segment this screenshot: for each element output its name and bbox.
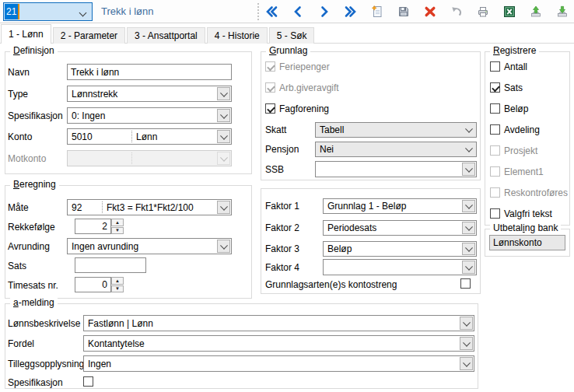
lonnsbeskrivelse-label: Lønnsbeskrivelse — [8, 315, 80, 331]
checkbox-icon — [490, 187, 500, 198]
upload-icon[interactable] — [529, 5, 543, 19]
kontostreng-checkbox[interactable] — [460, 278, 471, 289]
download-icon[interactable] — [555, 5, 569, 19]
pensjon-dropdown[interactable]: Nei — [315, 142, 477, 157]
chevron-down-icon[interactable] — [462, 261, 475, 274]
group-registrere: Registrere AntallSatsBeløpAvdelingProsje… — [485, 51, 570, 226]
checkbox-row-reskontroføres: Reskontroføres — [490, 182, 568, 203]
tab-1-lonn[interactable]: 1 - Lønn — [1, 24, 51, 44]
checkbox-row-valgfri-tekst[interactable]: Valgfri tekst — [490, 203, 568, 224]
faktor2-dropdown[interactable]: Periodesats — [323, 220, 477, 236]
group-utbetaling-bank: Utbetaling bank Lønnskonto — [485, 229, 570, 257]
checkbox-icon[interactable] — [490, 82, 500, 93]
spin-up-icon[interactable]: ▲ — [111, 277, 124, 285]
checkbox-icon[interactable] — [490, 208, 500, 219]
checkbox-label: Prosjekt — [504, 145, 537, 156]
spin-down-icon[interactable]: ▼ — [111, 285, 124, 293]
chevron-down-icon[interactable] — [217, 240, 230, 253]
nav-previous-icon[interactable] — [291, 5, 305, 19]
chevron-down-icon[interactable] — [462, 200, 475, 212]
group-registrere-title: Registrere — [490, 45, 539, 57]
nav-last-icon[interactable] — [344, 5, 358, 19]
record-number-combobox[interactable]: 21 — [3, 2, 93, 21]
ssb-label: SSB — [265, 161, 284, 177]
checkbox-label: Avdeling — [504, 124, 540, 135]
nav-first-icon[interactable] — [264, 5, 278, 19]
spin-up-icon[interactable]: ▲ — [111, 219, 124, 226]
checkbox-icon[interactable] — [490, 103, 500, 114]
save-icon[interactable] — [397, 5, 411, 19]
chevron-down-icon[interactable] — [460, 317, 473, 330]
faktor4-dropdown[interactable] — [323, 259, 477, 275]
chevron-down-icon[interactable] — [462, 222, 475, 234]
tilleggsopplysning-dropdown[interactable]: Ingen — [83, 355, 474, 372]
checkbox-label: Fagforening — [279, 103, 329, 114]
spesifikasjon-label: Spesifikasjon — [8, 107, 63, 124]
checkbox-row-avdeling[interactable]: Avdeling — [490, 119, 568, 140]
undo-icon[interactable] — [450, 5, 464, 19]
spesifikasjon-dropdown[interactable]: 0: Ingen — [67, 107, 232, 124]
utbetaling-konto-field: Lønnskonto — [489, 235, 565, 250]
checkbox-row-sats[interactable]: Sats — [490, 77, 568, 98]
tab-strip: 1 - Lønn 2 - Parameter 3 - Ansattportal … — [0, 24, 574, 44]
checkbox-icon[interactable] — [490, 61, 500, 72]
spin-down-icon[interactable]: ▼ — [111, 227, 124, 235]
registrere-checkbox-list: AntallSatsBeløpAvdelingProsjektElement1R… — [490, 56, 568, 224]
checkbox-row-beløp[interactable]: Beløp — [490, 98, 568, 119]
tab-2-parameter[interactable]: 2 - Parameter — [53, 27, 125, 44]
print-icon[interactable] — [476, 5, 490, 19]
chevron-down-icon[interactable] — [217, 201, 230, 214]
chevron-down-icon[interactable] — [217, 87, 230, 100]
mate-dropdown[interactable]: 92 Fkt3 = Fkt1*Fkt2/100 — [67, 199, 232, 215]
konto-dropdown[interactable]: 5010 Lønn — [67, 128, 232, 145]
faktor1-dropdown[interactable]: Grunnlag 1 - Beløp — [323, 198, 477, 214]
chevron-down-icon[interactable] — [460, 357, 473, 370]
navn-input[interactable]: Trekk i lønn — [67, 64, 232, 80]
column-divider — [131, 152, 132, 164]
skatt-dropdown[interactable]: Tabell — [315, 122, 477, 138]
type-dropdown[interactable]: Lønnstrekk — [67, 86, 232, 102]
chevron-down-icon[interactable] — [462, 163, 475, 176]
checkbox-row-antall[interactable]: Antall — [490, 56, 568, 77]
delete-icon[interactable] — [423, 5, 437, 19]
chevron-down-icon[interactable] — [462, 143, 475, 156]
konto-label: Konto — [8, 128, 32, 145]
checkbox-row-fagforening[interactable]: Fagforening — [265, 98, 339, 119]
faktor3-dropdown[interactable]: Beløp — [323, 241, 477, 257]
tab-4-historie[interactable]: 4 - Historie — [207, 27, 268, 44]
chevron-down-icon — [217, 152, 230, 165]
avrunding-dropdown[interactable]: Ingen avrunding — [67, 238, 232, 254]
checkbox-icon — [265, 82, 275, 93]
tab-5-sok[interactable]: 5 - Søk — [269, 27, 315, 44]
chevron-down-icon[interactable] — [462, 124, 475, 136]
amelding-spesifikasjon-checkbox[interactable] — [83, 376, 93, 387]
group-amelding: a-melding Lønnsbeskrivelse Fastlønn | Lø… — [5, 303, 478, 389]
type-label: Type — [8, 86, 28, 102]
sats-input[interactable] — [75, 257, 146, 273]
fordel-dropdown[interactable]: Kontantytelse — [83, 335, 474, 352]
new-record-icon[interactable] — [370, 5, 384, 19]
ssb-dropdown[interactable] — [315, 161, 477, 177]
rekkefolge-input[interactable]: 2 — [75, 219, 111, 234]
chevron-down-icon[interactable] — [217, 109, 230, 122]
nav-next-icon[interactable] — [317, 5, 331, 19]
group-definisjon-title: Definisjon — [10, 45, 58, 57]
group-beregning-title: Beregning — [10, 179, 59, 191]
checkbox-icon — [490, 166, 500, 177]
timesats-label: Timesats nr. — [8, 277, 58, 293]
tab-3-ansattportal[interactable]: 3 - Ansattportal — [127, 27, 205, 44]
checkbox-label: Feriepenger — [279, 61, 330, 72]
lonnsbeskrivelse-dropdown[interactable]: Fastlønn | Lønn — [83, 315, 474, 331]
timesats-input[interactable]: 0 — [75, 277, 111, 292]
rekkefolge-spinner: ▲ ▼ — [111, 219, 124, 234]
skatt-label: Skatt — [265, 122, 286, 138]
chevron-down-icon[interactable] — [462, 243, 475, 255]
checkbox-icon — [490, 145, 500, 156]
chevron-down-icon[interactable] — [79, 9, 87, 17]
chevron-down-icon[interactable] — [460, 337, 473, 350]
checkbox-icon[interactable] — [490, 124, 500, 135]
chevron-down-icon[interactable] — [217, 130, 230, 143]
excel-export-icon[interactable] — [502, 5, 516, 19]
checkbox-label: Beløp — [504, 103, 528, 114]
checkbox-icon[interactable] — [265, 103, 275, 114]
